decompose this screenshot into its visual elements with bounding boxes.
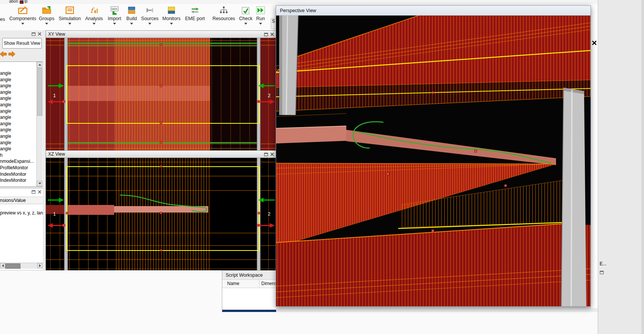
components-button[interactable]: Components [10,5,36,30]
column-divider[interactable] [259,280,259,288]
build-button[interactable]: Build [124,5,139,30]
scroll-right-button[interactable] [37,263,42,268]
sources-icon [145,5,155,15]
xz-view-titlebar: XZ View [46,151,276,158]
port-1-label: 1 [53,211,56,217]
groups-label: Groups [39,16,55,21]
metal-pillar[interactable] [279,16,298,115]
dropdown-caret-icon[interactable] [170,23,173,25]
scroll-thumb[interactable] [37,68,42,116]
dropdown-caret-icon[interactable] [148,23,151,25]
bottom-empty-area [0,270,222,334]
dropdown-caret-icon[interactable] [244,23,247,25]
dropdown-caret-icon[interactable] [130,23,133,25]
panel-dock-controls [31,190,42,194]
tree-item[interactable]: angle [0,140,36,146]
float-panel-icon[interactable] [31,32,36,36]
resources-button[interactable]: Resources [212,5,236,30]
scroll-up-button[interactable] [37,62,42,68]
column-header-name[interactable]: Name [227,280,258,288]
float-panel-icon[interactable] [31,190,36,194]
close-icon[interactable] [38,190,42,194]
metal-pillar[interactable] [64,38,68,151]
simulation-icon [65,5,75,15]
object-tree[interactable]: angleangleangleangleangleangleangleangle… [0,70,36,184]
menu-item-fragment[interactable]: ation [9,0,18,3]
import-button[interactable]: GDS Import [106,5,123,30]
tree-scrollbar[interactable] [36,62,42,186]
bottom-empty-area [222,312,598,334]
sources-button[interactable]: Sources [140,5,159,30]
eme-port-button[interactable]: EME port [184,5,206,30]
perspective-view-title: Perspective View [280,8,316,13]
tree-item[interactable]: IndexMonitor [0,177,36,184]
dropdown-caret-icon[interactable] [259,23,262,25]
dropdown-caret-icon[interactable] [45,23,48,25]
run-button[interactable]: Run [254,5,267,30]
dropdown-caret-icon[interactable] [21,23,24,25]
tree-item[interactable]: angle [0,102,36,108]
metal-pillar[interactable] [64,158,68,271]
monitors-button[interactable]: Monitors [161,5,182,30]
dropdown-caret-icon[interactable] [68,23,71,25]
groups-button[interactable]: Groups [38,5,55,30]
object-tree-panel: angleangleangleangleangleangleangleangle… [0,61,43,187]
perspective-view-canvas[interactable] [276,16,591,306]
perspective-view-titlebar[interactable]: Perspective View [276,6,591,16]
scroll-thumb[interactable] [5,263,20,269]
tree-item[interactable]: angle [0,121,36,127]
right-dock-area: E... [598,0,644,334]
tree-item[interactable]: angle [0,108,36,115]
tree-item[interactable]: angle [0,146,36,152]
close-icon[interactable] [592,40,597,46]
scroll-left-button[interactable] [0,263,5,268]
panel-dock-controls [264,152,274,156]
svg-text:GDS: GDS [112,7,118,11]
analysis-button[interactable]: f Analysis [84,5,104,30]
tree-item[interactable]: h [0,152,36,159]
dropdown-caret-icon[interactable] [113,23,116,25]
tree-item[interactable]: angle [0,83,36,89]
simulation-button[interactable]: Simulation [58,5,82,30]
close-icon[interactable] [38,32,42,36]
toolbar-button-clipped[interactable]: es [0,17,5,22]
components-icon [18,5,28,15]
dropdown-caret-icon[interactable] [93,23,96,25]
float-panel-icon[interactable] [264,152,268,156]
tree-item[interactable]: angle [0,133,36,140]
tree-item[interactable]: angle [0,127,36,133]
forward-arrow-icon[interactable] [8,51,15,57]
simulation-label: Simulation [59,16,81,21]
analysis-label: Analysis [85,16,103,21]
float-panel-icon[interactable] [600,270,604,274]
tree-item[interactable]: angle [0,95,36,102]
back-arrow-icon[interactable] [0,51,7,57]
xy-view-canvas[interactable]: 1 2 [46,38,276,151]
metal-pillar[interactable] [257,38,261,151]
float-panel-icon[interactable] [264,32,268,36]
tree-item[interactable]: angle [0,70,36,77]
tree-item[interactable]: IndexMonitor [0,171,36,178]
column-header-dimension[interactable]: Dimens... [261,280,276,288]
scroll-down-button[interactable] [37,181,42,186]
run-icon [256,5,265,15]
properties-hscrollbar[interactable] [0,263,43,269]
check-button[interactable]: Check [238,5,253,30]
menu-item-fragment[interactable]: lp [24,0,28,3]
tree-item[interactable]: nmodeExpansi... [0,158,36,165]
tree-item[interactable]: ProfileMonitor [0,165,36,171]
svg-text:f: f [90,6,95,14]
tree-item[interactable]: angle [0,77,36,83]
tree-item[interactable]: angle [0,114,36,121]
analysis-icon: f [89,5,99,15]
metal-pillar[interactable] [257,158,261,271]
properties-note: preview vs x, y, z, lan [0,210,43,216]
show-result-view-button[interactable]: Show Result View [2,38,42,49]
xy-view-titlebar: XY View [46,31,276,38]
close-icon[interactable] [270,32,274,36]
right-scrollbar[interactable] [641,0,644,334]
close-icon[interactable] [270,152,274,156]
metal-pillar[interactable] [561,88,586,306]
xz-view-canvas[interactable]: 1 2 [46,158,276,271]
tree-item[interactable]: angle [0,89,36,96]
